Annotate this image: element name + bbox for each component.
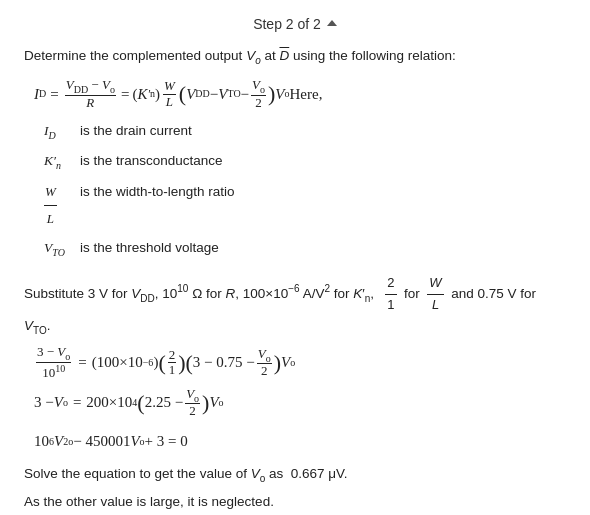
def-vto: VTO is the threshold voltage [44,234,566,263]
def-vto-text: is the threshold voltage [80,234,219,261]
equation-1: 3 − Vo 1010 = (100×10−6) ( 2 1 ) ( 3 − 0… [34,345,566,380]
def-kn-symbol: K′n [44,147,74,176]
def-kn: K′n is the transconductance [44,147,566,176]
chevron-up-icon[interactable] [327,20,337,26]
equation-2: 3 − Vo = 200×104 ( 2.25 − Vo 2 ) Vo [34,386,566,419]
equation-3: 106V2o − 450001Vo + 3 = 0 [34,425,566,458]
definitions: ID is the drain current K′n is the trans… [44,117,566,263]
step-label: Step 2 of 2 [253,16,321,32]
def-vto-symbol: VTO [44,234,74,263]
step-header: Step 2 of 2 [24,16,566,32]
intro-text: Determine the complemented output Vo at … [24,46,566,68]
def-id-symbol: ID [44,117,74,146]
solve-text: Solve the equation to get the value of V… [24,464,566,486]
def-id: ID is the drain current [44,117,566,146]
substitute-text: Substitute 3 V for VDD, 1010 Ω for R, 10… [24,273,566,339]
def-wl: W L is the width-to-length ratio [44,178,566,232]
def-wl-text: is the width-to-length ratio [80,178,235,205]
def-id-text: is the drain current [80,117,192,144]
def-kn-text: is the transconductance [80,147,223,174]
neglect-text: As the other value is large, it is negle… [24,492,566,512]
main-formula: ID = VDD − Vo R = (K′n) W L ( VDD − VTO … [34,78,566,111]
def-wl-symbol: W L [44,178,74,232]
